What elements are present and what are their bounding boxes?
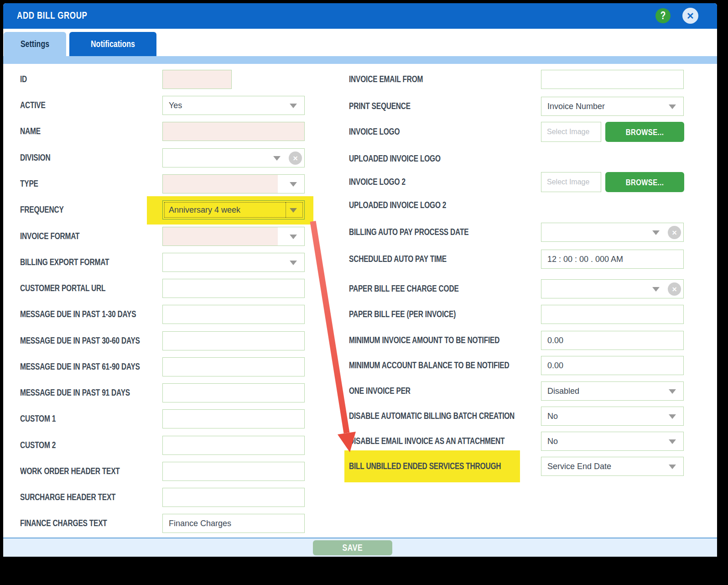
selected-value: Invoice Number bbox=[547, 97, 605, 115]
active-select[interactable]: Yes bbox=[162, 96, 305, 115]
field-row-uploaded-invoice-logo: UPLOADED INVOICE LOGO bbox=[3, 154, 717, 163]
custom-1-input[interactable] bbox=[162, 409, 305, 428]
chevron-down-icon bbox=[290, 261, 297, 265]
field-label: DISABLE EMAIL INVOICE AS AN ATTACHMENT bbox=[349, 432, 504, 451]
paper-bill-fee-per-invoice-input[interactable] bbox=[541, 305, 684, 324]
customer-portal-url-input[interactable] bbox=[162, 279, 305, 298]
field-label: FREQUENCY bbox=[20, 200, 64, 219]
field-label-text: BILL UNBILLED ENDED SERVICES THROUGH bbox=[349, 461, 501, 472]
field-label-text: PRINT SEQUENCE bbox=[349, 101, 411, 112]
field-label-text: ID bbox=[20, 74, 27, 85]
field-row-finance-charges-text: FINANCE CHARGES TEXTFinance Charges bbox=[3, 514, 717, 533]
field-value: 0.00 bbox=[547, 331, 563, 350]
invoice-format-select[interactable] bbox=[162, 227, 305, 246]
minimum-invoice-amount-to-be-notified-input[interactable]: 0.00 bbox=[541, 331, 684, 350]
field-row-disable-email-invoice-as-an-attachment: DISABLE EMAIL INVOICE AS AN ATTACHMENTNo bbox=[3, 432, 717, 451]
selected-value: No bbox=[547, 432, 558, 450]
field-value: Finance Charges bbox=[169, 514, 231, 533]
message-due-in-past-30-60-days-input[interactable] bbox=[162, 331, 305, 350]
browse-button-label: BROWSE... bbox=[626, 127, 664, 137]
type-select[interactable] bbox=[162, 174, 305, 193]
bill-unbilled-ended-services-through-select[interactable]: Service End Date bbox=[541, 457, 684, 476]
finance-charges-text-input[interactable]: Finance Charges bbox=[162, 514, 305, 533]
field-label-text: FREQUENCY bbox=[20, 205, 64, 215]
print-sequence-select[interactable]: Invoice Number bbox=[541, 97, 684, 116]
field-value: 0.00 bbox=[547, 356, 563, 375]
field-label: INVOICE EMAIL FROM bbox=[349, 70, 423, 89]
clear-icon[interactable]: ✕ bbox=[668, 226, 681, 239]
browse-button[interactable]: BROWSE... bbox=[605, 172, 684, 192]
field-label: CUSTOM 1 bbox=[20, 409, 56, 428]
chevron-down-icon bbox=[669, 389, 676, 394]
field-label: BILLING EXPORT FORMAT bbox=[20, 253, 109, 272]
field-label-text: INVOICE LOGO 2 bbox=[349, 177, 406, 188]
disable-automatic-billing-batch-creation-select[interactable]: No bbox=[541, 407, 684, 426]
one-invoice-per-select[interactable]: Disabled bbox=[541, 381, 684, 401]
work-order-header-text-input[interactable] bbox=[162, 462, 305, 481]
disable-email-invoice-as-an-attachment-select[interactable]: No bbox=[541, 432, 684, 451]
field-row-surcharge-header-text: SURCHARGE HEADER TEXT bbox=[3, 488, 717, 507]
field-row-invoice-email-from: INVOICE EMAIL FROM bbox=[3, 70, 717, 89]
custom-2-input[interactable] bbox=[162, 436, 305, 455]
frequency-select[interactable]: Anniversary 4 week bbox=[162, 200, 305, 219]
scheduled-auto-pay-time-input[interactable]: 12 : 00 : 00 . 000 AM bbox=[541, 250, 684, 269]
field-label-text: CUSTOMER PORTAL URL bbox=[20, 283, 105, 294]
message-due-in-past-61-90-days-input[interactable] bbox=[162, 357, 305, 376]
field-label-text: CUSTOM 1 bbox=[20, 414, 56, 424]
field-label: DIVISION bbox=[20, 148, 50, 167]
billing-export-format-select[interactable] bbox=[162, 253, 305, 272]
field-label-text: BILLING EXPORT FORMAT bbox=[20, 257, 109, 268]
field-label: ONE INVOICE PER bbox=[349, 381, 411, 401]
division-select[interactable]: ✕ bbox=[162, 148, 305, 167]
browse-button[interactable]: BROWSE... bbox=[605, 122, 684, 142]
field-row-uploaded-invoice-logo-2: UPLOADED INVOICE LOGO 2 bbox=[3, 201, 717, 210]
field-label-text: DISABLE AUTOMATIC BILLING BATCH CREATION bbox=[349, 411, 515, 422]
field-label-text: PAPER BILL FEE (PER INVOICE) bbox=[349, 309, 456, 320]
selected-value: Yes bbox=[169, 96, 182, 115]
field-label-text: INVOICE FORMAT bbox=[20, 231, 79, 242]
minimum-account-balance-to-be-notified-input[interactable]: 0.00 bbox=[541, 356, 684, 375]
field-row-print-sequence: PRINT SEQUENCEInvoice Number bbox=[3, 97, 717, 116]
save-button[interactable]: SAVE bbox=[313, 540, 392, 555]
field-label: TYPE bbox=[20, 174, 38, 193]
field-label: NAME bbox=[20, 122, 41, 141]
message-due-in-past-91-days-input[interactable] bbox=[162, 383, 305, 402]
invoice-email-from-input[interactable] bbox=[541, 70, 684, 89]
clear-icon[interactable]: ✕ bbox=[289, 151, 302, 165]
clear-icon[interactable]: ✕ bbox=[668, 282, 681, 296]
field-label-text: MESSAGE DUE IN PAST 91 DAYS bbox=[20, 388, 130, 398]
field-label-text: PAPER BILL FEE CHARGE CODE bbox=[349, 284, 459, 294]
field-label: ID bbox=[20, 70, 27, 89]
field-label: INVOICE LOGO bbox=[349, 122, 400, 141]
field-label: PRINT SEQUENCE bbox=[349, 97, 411, 116]
field-label-text: INVOICE EMAIL FROM bbox=[349, 74, 423, 85]
field-label: UPLOADED INVOICE LOGO 2 bbox=[349, 201, 446, 210]
image-placeholder: Select Image bbox=[547, 122, 589, 141]
field-label-text: MINIMUM ACCOUNT BALANCE TO BE NOTIFIED bbox=[349, 360, 509, 371]
invoice-logo-select-image[interactable]: Select Image bbox=[541, 122, 601, 142]
chevron-down-icon bbox=[669, 104, 676, 109]
invoice-logo-2-select-image[interactable]: Select Image bbox=[541, 172, 601, 192]
chevron-down-icon bbox=[669, 465, 676, 469]
field-label: MESSAGE DUE IN PAST 30-60 DAYS bbox=[20, 331, 140, 350]
field-label-text: UPLOADED INVOICE LOGO bbox=[349, 154, 441, 164]
surcharge-header-text-input[interactable] bbox=[162, 488, 305, 507]
field-row-invoice-logo-2: INVOICE LOGO 2Select ImageBROWSE... bbox=[3, 172, 717, 192]
field-label: UPLOADED INVOICE LOGO bbox=[349, 154, 441, 163]
field-label-text: MINIMUM INVOICE AMOUNT TO BE NOTIFIED bbox=[349, 335, 499, 346]
field-label: MINIMUM ACCOUNT BALANCE TO BE NOTIFIED bbox=[349, 356, 509, 375]
chevron-down-icon bbox=[290, 182, 297, 187]
field-label: PAPER BILL FEE (PER INVOICE) bbox=[349, 305, 456, 324]
name-input[interactable] bbox=[162, 122, 305, 141]
field-label: ACTIVE bbox=[20, 96, 46, 115]
field-row-disable-automatic-billing-batch-creation: DISABLE AUTOMATIC BILLING BATCH CREATION… bbox=[3, 407, 717, 426]
paper-bill-fee-charge-code-select[interactable]: ✕ bbox=[541, 279, 684, 298]
chevron-down-icon bbox=[290, 208, 297, 213]
billing-auto-pay-process-date-select[interactable]: ✕ bbox=[541, 223, 684, 242]
field-label-text: MESSAGE DUE IN PAST 61-90 DAYS bbox=[20, 362, 140, 372]
field-label-text: SURCHARGE HEADER TEXT bbox=[20, 492, 115, 503]
message-due-in-past-1-30-days-input[interactable] bbox=[162, 305, 305, 324]
chevron-down-icon bbox=[273, 156, 281, 161]
id-input[interactable] bbox=[162, 70, 232, 89]
field-label: MESSAGE DUE IN PAST 91 DAYS bbox=[20, 383, 130, 402]
